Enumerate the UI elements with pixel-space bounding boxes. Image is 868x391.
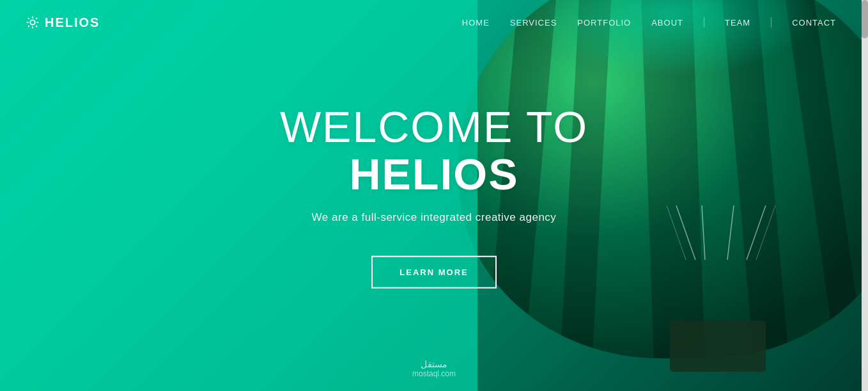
balloon-basket-area	[651, 257, 791, 372]
svg-line-11	[28, 18, 29, 19]
nav-menu: HOME SERVICES PORTFOLIO ABOUT TEAM CONTA…	[462, 17, 836, 28]
hero-content: WELCOME TO HELIOS We are a full-service …	[210, 102, 658, 289]
nav-link-home[interactable]: HOME	[462, 18, 490, 28]
logo-link[interactable]: HELIOS	[26, 15, 100, 30]
nav-link-contact[interactable]: CONTACT	[792, 18, 836, 28]
balloon-basket	[670, 321, 766, 372]
nav-item-home[interactable]: HOME	[462, 17, 490, 28]
nav-item-contact[interactable]: CONTACT	[792, 17, 836, 28]
watermark-symbol: مستقل	[412, 359, 456, 369]
nav-item-team[interactable]: TEAM	[725, 17, 750, 28]
nav-item-services[interactable]: SERVICES	[510, 17, 557, 28]
svg-line-4	[667, 205, 686, 260]
basket-ropes-svg	[663, 205, 779, 263]
scrollbar[interactable]	[862, 0, 868, 391]
svg-line-1	[702, 205, 705, 260]
nav-link-portfolio[interactable]: PORTFOLIO	[577, 18, 631, 28]
nav-divider-2	[771, 17, 771, 28]
hero-title-bold: HELIOS	[349, 150, 518, 198]
hero-title-prefix: WELCOME TO	[280, 102, 588, 150]
navbar: HELIOS HOME SERVICES PORTFOLIO ABOUT TEA…	[0, 0, 862, 45]
nav-item-about[interactable]: ABOUT	[651, 17, 683, 28]
learn-more-button[interactable]: LEARN MORE	[371, 256, 496, 289]
svg-line-0	[676, 205, 695, 260]
nav-divider	[704, 17, 704, 28]
svg-line-14	[28, 26, 29, 27]
nav-link-team[interactable]: TEAM	[725, 18, 750, 28]
balloon-stripe-5	[780, 0, 864, 358]
svg-line-3	[747, 205, 766, 260]
nav-link-services[interactable]: SERVICES	[510, 18, 557, 28]
scrollbar-thumb[interactable]	[862, 0, 868, 38]
hero-title: WELCOME TO HELIOS	[210, 102, 658, 198]
sun-icon	[26, 15, 40, 29]
svg-line-5	[756, 205, 775, 260]
nav-link-about[interactable]: ABOUT	[651, 18, 683, 28]
hero-subtitle: We are a full-service integrated creativ…	[210, 211, 658, 224]
watermark: مستقل mostaql.com	[412, 359, 456, 378]
watermark-url: mostaql.com	[412, 369, 456, 378]
svg-line-13	[36, 18, 37, 19]
logo-text: HELIOS	[45, 15, 100, 30]
svg-point-6	[30, 20, 35, 24]
nav-item-portfolio[interactable]: PORTFOLIO	[577, 17, 631, 28]
svg-line-12	[36, 26, 37, 27]
svg-line-2	[727, 205, 734, 260]
hero-section: HELIOS HOME SERVICES PORTFOLIO ABOUT TEA…	[0, 0, 868, 391]
